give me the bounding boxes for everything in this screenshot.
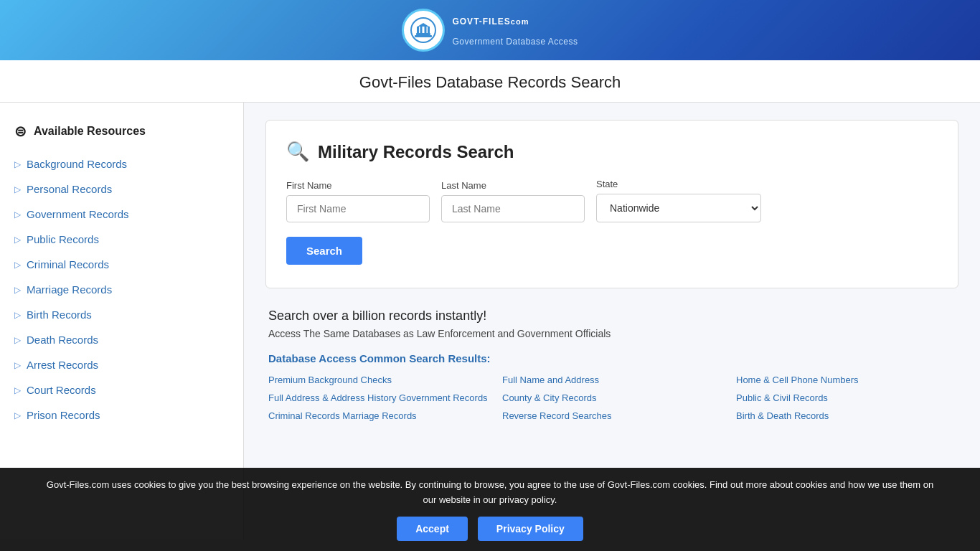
privacy-policy-button[interactable]: Privacy Policy bbox=[478, 517, 583, 539]
logo-icon bbox=[402, 9, 445, 52]
arrow-icon: ▷ bbox=[14, 209, 21, 220]
sidebar-item-personal-records[interactable]: ▷ Personal Records bbox=[0, 176, 243, 202]
sidebar-item-label: Court Records bbox=[27, 384, 96, 396]
db-link-reverse-record[interactable]: Reverse Record Searches bbox=[502, 410, 722, 421]
arrow-icon: ▷ bbox=[14, 235, 21, 245]
svg-rect-7 bbox=[425, 27, 427, 33]
search-fields: First Name Last Name State NationwideAla… bbox=[286, 179, 938, 222]
sidebar-item-arrest-records[interactable]: ▷ Arrest Records bbox=[0, 352, 243, 377]
page-title-bar: Govt-Files Database Records Search bbox=[0, 60, 980, 103]
sidebar-item-criminal-records[interactable]: ▷ Criminal Records bbox=[0, 252, 243, 277]
cookie-banner: Govt-Files.com uses cookies to give you … bbox=[0, 468, 980, 539]
cookie-text: Govt-Files.com uses cookies to give you … bbox=[43, 478, 937, 508]
sidebar-item-label: Marriage Records bbox=[27, 283, 112, 296]
svg-rect-8 bbox=[428, 27, 430, 33]
db-link-premium-background[interactable]: Premium Background Checks bbox=[268, 375, 488, 385]
sidebar-item-government-records[interactable]: ▷ Government Records bbox=[0, 202, 243, 227]
first-name-input[interactable] bbox=[286, 195, 430, 222]
cookie-buttons: Accept Privacy Policy bbox=[43, 517, 937, 539]
arrow-icon: ▷ bbox=[14, 385, 21, 395]
arrow-icon: ▷ bbox=[14, 285, 21, 295]
last-name-input[interactable] bbox=[441, 195, 585, 222]
arrow-icon: ▷ bbox=[14, 260, 21, 270]
logo-text: GOVT-FILEScom Government Database Access bbox=[452, 14, 578, 47]
db-link-full-name-address[interactable]: Full Name and Address bbox=[502, 375, 722, 385]
search-card-title: 🔍 Military Records Search bbox=[286, 141, 938, 163]
accept-button[interactable]: Accept bbox=[397, 517, 468, 539]
sidebar-item-death-records[interactable]: ▷ Death Records bbox=[0, 327, 243, 352]
last-name-label: Last Name bbox=[441, 180, 585, 191]
info-subtext: Access The Same Databases as Law Enforce… bbox=[268, 328, 956, 339]
sidebar-item-label: Public Records bbox=[27, 233, 99, 245]
search-title-text: Military Records Search bbox=[318, 142, 514, 162]
arrow-icon: ▷ bbox=[14, 159, 21, 169]
svg-point-0 bbox=[411, 18, 435, 42]
sidebar-item-label: Prison Records bbox=[27, 409, 100, 421]
db-link-county-city[interactable]: County & City Records bbox=[502, 392, 722, 403]
last-name-group: Last Name bbox=[441, 180, 585, 222]
sidebar-item-label: Personal Records bbox=[27, 183, 112, 195]
sidebar-item-background-records[interactable]: ▷ Background Records bbox=[0, 151, 243, 176]
svg-rect-5 bbox=[417, 27, 419, 33]
sidebar-item-court-records[interactable]: ▷ Court Records bbox=[0, 377, 243, 402]
info-section: Search over a billion records instantly!… bbox=[265, 309, 958, 421]
db-link-full-address-history[interactable]: Full Address & Address History Governmen… bbox=[268, 392, 488, 403]
first-name-label: First Name bbox=[286, 180, 430, 191]
sidebar-item-label: Arrest Records bbox=[27, 359, 98, 371]
logo-title-text: GOVT-FILES bbox=[452, 17, 510, 27]
search-button[interactable]: Search bbox=[286, 237, 362, 265]
db-link-public-civil[interactable]: Public & Civil Records bbox=[736, 392, 956, 403]
sidebar-item-birth-records[interactable]: ▷ Birth Records bbox=[0, 302, 243, 327]
sidebar-header-label: Available Resources bbox=[34, 125, 146, 138]
db-links-grid: Premium Background Checks Full Name and … bbox=[268, 375, 956, 421]
sidebar-item-label: Birth Records bbox=[27, 309, 92, 321]
sidebar-header: ⊜ Available Resources bbox=[0, 117, 243, 151]
arrow-icon: ▷ bbox=[14, 184, 21, 194]
svg-rect-1 bbox=[416, 33, 430, 35]
db-link-phone-numbers[interactable]: Home & Cell Phone Numbers bbox=[736, 375, 956, 385]
sidebar-item-public-records[interactable]: ▷ Public Records bbox=[0, 227, 243, 252]
logo-subtitle: Government Database Access bbox=[452, 37, 578, 47]
state-label: State bbox=[596, 179, 761, 189]
arrow-icon: ▷ bbox=[14, 410, 21, 420]
state-group: State NationwideAlabamaAlaskaArizonaArka… bbox=[596, 179, 761, 222]
logo[interactable]: GOVT-FILEScom Government Database Access bbox=[402, 9, 578, 52]
page-title: Govt-Files Database Records Search bbox=[0, 73, 980, 92]
svg-rect-2 bbox=[415, 35, 432, 37]
sidebar-item-marriage-records[interactable]: ▷ Marriage Records bbox=[0, 277, 243, 302]
state-select[interactable]: NationwideAlabamaAlaskaArizonaArkansasCa… bbox=[596, 194, 761, 222]
search-icon: 🔍 bbox=[286, 141, 309, 163]
arrow-icon: ▷ bbox=[14, 360, 21, 370]
db-access-title: Database Access Common Search Results: bbox=[268, 352, 956, 364]
db-link-birth-death[interactable]: Birth & Death Records bbox=[736, 410, 956, 421]
site-header: GOVT-FILEScom Government Database Access bbox=[0, 0, 980, 60]
arrow-icon: ▷ bbox=[14, 310, 21, 320]
first-name-group: First Name bbox=[286, 180, 430, 222]
logo-sup: com bbox=[511, 17, 529, 26]
sidebar-item-prison-records[interactable]: ▷ Prison Records bbox=[0, 402, 243, 428]
search-card: 🔍 Military Records Search First Name Las… bbox=[265, 120, 958, 288]
sidebar-item-label: Government Records bbox=[27, 208, 129, 220]
info-headline: Search over a billion records instantly! bbox=[268, 309, 956, 324]
sidebar-item-label: Background Records bbox=[27, 158, 127, 170]
sidebar-item-label: Criminal Records bbox=[27, 258, 109, 270]
logo-title: GOVT-FILEScom bbox=[452, 14, 578, 37]
arrow-icon: ▷ bbox=[14, 335, 21, 345]
sidebar-item-label: Death Records bbox=[27, 334, 98, 346]
svg-rect-6 bbox=[420, 27, 423, 33]
database-icon: ⊜ bbox=[14, 123, 27, 140]
db-link-criminal-marriage[interactable]: Criminal Records Marriage Records bbox=[268, 410, 488, 421]
